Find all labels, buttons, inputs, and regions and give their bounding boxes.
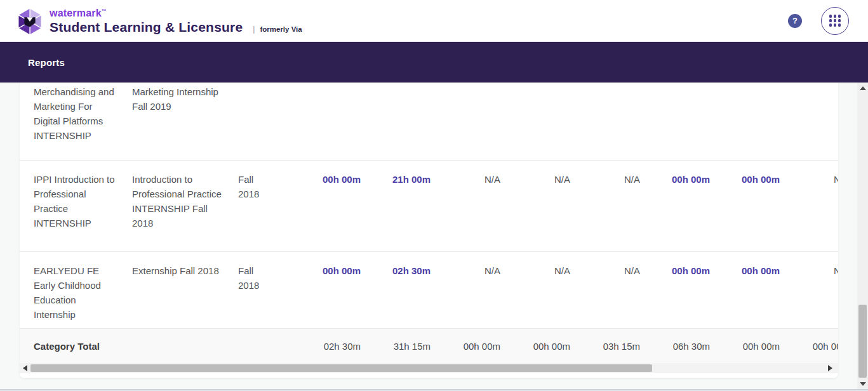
total-hours-value: 31h 15m: [361, 339, 431, 354]
hours-link[interactable]: 00h 00m: [291, 263, 361, 328]
scroll-left-arrow-icon[interactable]: [23, 365, 27, 371]
scroll-down-arrow-icon[interactable]: [860, 382, 866, 386]
table-row: Merchandising and Marketing For Digital …: [20, 83, 838, 160]
hours-value: [500, 84, 570, 160]
hours-value: N/A: [570, 172, 640, 251]
total-hours-value: 06h 30m: [640, 339, 710, 354]
hours-link[interactable]: 00h 00m: [710, 172, 780, 251]
hours-link[interactable]: 00h 00m: [640, 172, 710, 251]
hours-value: N/A: [500, 172, 570, 251]
hours-value: N/A: [570, 263, 640, 328]
scroll-up-arrow-icon[interactable]: [860, 86, 866, 90]
total-hours-value: 00h 00m: [500, 339, 570, 354]
brand-block: watermark™ Student Learning & Licensure …: [50, 8, 302, 34]
term: Fall 2018: [238, 172, 291, 251]
hours-value: [640, 84, 710, 160]
vertical-scrollbar[interactable]: [857, 83, 868, 391]
total-hours-value: 00h 00m: [710, 339, 780, 354]
hours-link[interactable]: 00h 00m: [710, 263, 780, 328]
nav-item-reports[interactable]: Reports: [28, 57, 65, 68]
hours-value: N/A: [780, 263, 838, 328]
grid-apps-icon: [829, 15, 841, 27]
horizontal-scrollbar-thumb[interactable]: [30, 364, 652, 372]
trademark-symbol: ™: [102, 8, 107, 14]
hours-link[interactable]: 00h 00m: [640, 263, 710, 328]
page-content: Merchandising and Marketing For Digital …: [0, 83, 868, 391]
hours-value: [570, 84, 640, 160]
hours-value: [710, 84, 780, 160]
vertical-scrollbar-thumb[interactable]: [858, 305, 867, 378]
total-hours-value: 02h 30m: [291, 339, 361, 354]
term: Fall 2018: [238, 263, 291, 328]
category-total-label: Category Total: [34, 339, 291, 354]
course-name: EARLYEDU FE Early Childhood Education In…: [34, 263, 132, 328]
course-name: Merchandising and Marketing For Digital …: [34, 84, 132, 160]
category-total-row: Category Total 02h 30m 31h 15m 00h 00m 0…: [20, 328, 838, 363]
hours-value: N/A: [431, 172, 500, 251]
activity-name: Marketing Internship Fall 2019: [132, 84, 238, 160]
tagline: formerly Via: [260, 26, 302, 34]
total-hours-value: 03h 15m: [570, 339, 640, 354]
hours-value: N/A: [431, 263, 500, 328]
primary-navbar: Reports: [0, 42, 868, 83]
app-launcher-button[interactable]: [821, 7, 849, 35]
hours-value: [431, 84, 500, 160]
activity-name: Introduction to Professional Practice IN…: [132, 172, 238, 251]
hours-link[interactable]: 02h 30m: [361, 263, 431, 328]
report-table: Merchandising and Marketing For Digital …: [20, 83, 838, 378]
course-name: IPPI Introduction to Professional Practi…: [34, 172, 132, 251]
app-header: watermark™ Student Learning & Licensure …: [0, 0, 868, 42]
hours-value: [361, 84, 431, 160]
hours-link[interactable]: 21h 00m: [361, 172, 431, 251]
table-row: IPPI Introduction to Professional Practi…: [20, 160, 838, 251]
hours-value: N/A: [780, 172, 838, 251]
product-title: Student Learning & Licensure: [50, 20, 243, 34]
total-hours-value: 00h 00m: [431, 339, 500, 354]
hours-value: [780, 84, 838, 160]
scroll-right-arrow-icon[interactable]: [828, 365, 832, 371]
total-hours-value: 00h 00m: [780, 339, 838, 354]
tagline-separator: |: [253, 25, 255, 33]
hours-link[interactable]: 00h 00m: [291, 172, 361, 251]
help-button[interactable]: ?: [788, 14, 802, 28]
activity-name: Externship Fall 2018: [132, 263, 238, 328]
table-row: EARLYEDU FE Early Childhood Education In…: [20, 251, 838, 328]
watermark-logo: [15, 6, 44, 36]
horizontal-scrollbar[interactable]: [20, 363, 838, 373]
hours-value: [291, 84, 361, 160]
term: [238, 84, 291, 160]
hours-value: N/A: [500, 263, 570, 328]
question-mark-icon: ?: [792, 16, 798, 25]
brand-name: watermark™: [50, 8, 302, 18]
